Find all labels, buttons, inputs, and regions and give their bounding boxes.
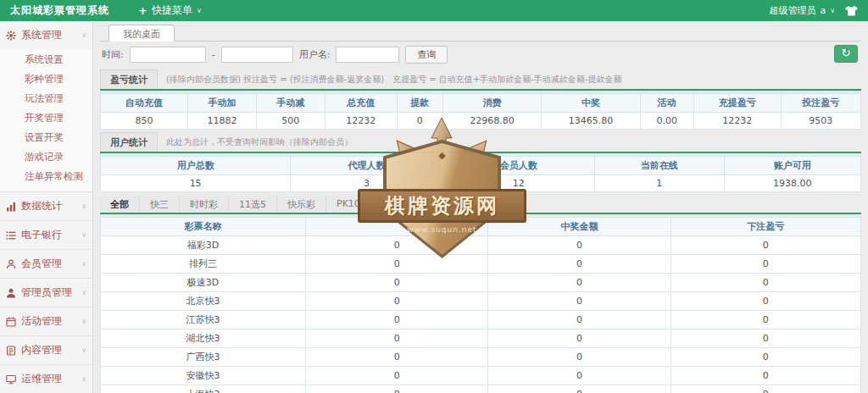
sidebar-group-content[interactable]: 内容管理 ∨ bbox=[0, 336, 92, 364]
sidebar-item-system-settings[interactable]: 系统设置 bbox=[0, 50, 92, 69]
gear-icon bbox=[6, 30, 16, 41]
table-row: 福彩3D000 bbox=[101, 236, 861, 255]
cell-value: 0 bbox=[488, 236, 670, 255]
sidebar-group-operations[interactable]: 运维管理 ∨ bbox=[0, 365, 92, 393]
username-input[interactable] bbox=[336, 47, 399, 63]
lottery-name: 福彩3D bbox=[101, 236, 306, 255]
chevron-down-icon: ∨ bbox=[81, 31, 86, 39]
chevron-down-icon: ∨ bbox=[81, 202, 86, 210]
table-row: 北京快3000 bbox=[101, 292, 861, 311]
cell-value: 0 bbox=[670, 236, 860, 255]
sidebar-item-draw-management[interactable]: 开奖管理 bbox=[0, 108, 92, 128]
plus-icon: + bbox=[138, 4, 147, 17]
lottery-tab-lowfreq[interactable]: 低频彩 bbox=[371, 196, 420, 213]
tab-my-desktop[interactable]: 我的桌面 bbox=[108, 25, 175, 42]
sidebar-group-system[interactable]: 系统管理 ∨ bbox=[0, 21, 92, 49]
cell-value: 0 bbox=[306, 255, 488, 274]
sidebar-group-label: 活动管理 bbox=[21, 314, 62, 329]
stat-value: 22968.80 bbox=[442, 113, 542, 130]
cell-value: 0 bbox=[488, 385, 670, 393]
profit-panel: 盈亏统计 (排除内部会员数据) 投注盈亏 = (投注消费金额-返奖金额) 充提盈… bbox=[100, 69, 861, 130]
lottery-name: 江苏快3 bbox=[101, 311, 306, 329]
table-row: 广西快3000 bbox=[101, 348, 861, 367]
cell-value: 0 bbox=[488, 348, 670, 367]
sidebar-item-play-method[interactable]: 玩法管理 bbox=[0, 89, 92, 108]
app-title: 太阳城彩票管理系统 bbox=[10, 3, 109, 18]
sidebar-group-label: 管理员管理 bbox=[21, 285, 72, 300]
stat-value: 9503 bbox=[781, 113, 860, 130]
lottery-tab-klc[interactable]: 快乐彩 bbox=[277, 196, 326, 213]
column-header: 总充值 bbox=[325, 94, 397, 113]
column-header: 提款 bbox=[397, 94, 442, 113]
admin-role-label: 超级管理员 bbox=[769, 4, 815, 17]
quick-menu-button[interactable]: + 快捷菜单 ∨ bbox=[138, 3, 202, 18]
refresh-button[interactable]: ↻ bbox=[834, 45, 858, 63]
lottery-name: 广西快3 bbox=[101, 348, 306, 367]
calendar-icon bbox=[6, 317, 16, 327]
cell-value: 0 bbox=[488, 329, 670, 348]
time-to-input[interactable] bbox=[221, 47, 293, 63]
desktop-tabstrip: 我的桌面 bbox=[100, 24, 861, 42]
lottery-name: 湖北快3 bbox=[101, 329, 306, 348]
lottery-tab-k3[interactable]: 快三 bbox=[140, 196, 180, 213]
bar-chart-icon bbox=[6, 202, 16, 212]
sidebar-item-bet-anomaly[interactable]: 注单异常检测 bbox=[0, 167, 92, 186]
sidebar-group-label: 运维管理 bbox=[21, 372, 62, 386]
cell-value: 0 bbox=[488, 255, 670, 274]
cell-value: 0 bbox=[306, 348, 488, 367]
chevron-down-icon: ∨ bbox=[81, 318, 86, 325]
cell-value: 0 bbox=[488, 367, 670, 385]
quick-menu-label: 快捷菜单 bbox=[152, 3, 192, 18]
lottery-name: 安徽快3 bbox=[101, 367, 306, 385]
lottery-tab-ssc[interactable]: 时时彩 bbox=[180, 196, 229, 213]
lottery-panel: 全部 快三 时时彩 11选5 快乐彩 PK10 低频彩 彩票名称 中奖金额 下注… bbox=[100, 196, 861, 393]
sidebar-item-set-draw[interactable]: 设置开奖 bbox=[0, 128, 92, 147]
column-header bbox=[306, 218, 488, 236]
lottery-tab-11x5[interactable]: 11选5 bbox=[229, 196, 277, 213]
table-row: 850 11882 500 12232 0 22968.80 13465.80 … bbox=[101, 113, 861, 130]
column-header: 彩票名称 bbox=[101, 218, 306, 236]
cell-value: 0 bbox=[670, 329, 860, 348]
column-header: 账户可用 bbox=[724, 157, 860, 175]
table-row: 江苏快3000 bbox=[101, 311, 861, 329]
stat-value: 3 bbox=[291, 175, 442, 192]
user-panel-note: 此处为总计，不受查询时间影响（排除内部会员） bbox=[166, 136, 353, 152]
cell-value: 0 bbox=[670, 385, 860, 393]
query-button[interactable]: 查询 bbox=[405, 46, 448, 64]
column-header: 中奖金额 bbox=[488, 218, 670, 236]
sidebar-item-game-records[interactable]: 游戏记录 bbox=[0, 147, 92, 167]
cell-value: 0 bbox=[306, 385, 488, 393]
filter-bar: 时间: - 用户名: 查询 ↻ bbox=[100, 42, 861, 67]
refresh-icon: ↻ bbox=[842, 47, 851, 59]
column-header: 会员人数 bbox=[442, 157, 594, 175]
chevron-down-icon: ∨ bbox=[81, 231, 86, 239]
cell-value: 0 bbox=[488, 311, 670, 329]
lottery-tab-all[interactable]: 全部 bbox=[100, 196, 140, 213]
sidebar-group-admins[interactable]: 管理员管理 ∨ bbox=[0, 279, 92, 307]
column-header: 充提盈亏 bbox=[693, 94, 781, 113]
stat-value: 12232 bbox=[693, 113, 781, 130]
admin-account-menu[interactable]: 超级管理员 a ∨ bbox=[769, 4, 835, 17]
time-from-input[interactable] bbox=[130, 47, 206, 63]
cell-value: 0 bbox=[306, 367, 488, 385]
lottery-tab-pk10[interactable]: PK10 bbox=[326, 196, 371, 213]
stat-value: 13465.80 bbox=[542, 113, 641, 130]
range-separator: - bbox=[212, 49, 215, 60]
shirt-theme-icon[interactable] bbox=[845, 6, 858, 16]
stat-value: 12 bbox=[442, 175, 594, 192]
sidebar-group-members[interactable]: 会员管理 ∨ bbox=[0, 250, 92, 278]
sidebar-item-lottery-type[interactable]: 彩种管理 bbox=[0, 69, 92, 89]
column-header: 当前在线 bbox=[595, 157, 724, 175]
cell-value: 0 bbox=[670, 255, 860, 274]
sidebar-group-data-stats[interactable]: 数据统计 ∨ bbox=[0, 192, 92, 220]
chevron-down-icon: ∨ bbox=[81, 289, 86, 296]
profit-panel-title: 盈亏统计 bbox=[100, 69, 158, 89]
table-row: 排列三000 bbox=[101, 255, 861, 274]
table-row: 湖北快3000 bbox=[101, 329, 861, 348]
cell-value: 0 bbox=[306, 329, 488, 348]
sidebar-group-activities[interactable]: 活动管理 ∨ bbox=[0, 307, 92, 335]
stat-value: 850 bbox=[101, 113, 188, 130]
chevron-down-icon: ∨ bbox=[830, 7, 835, 14]
sidebar-group-ebank[interactable]: 电子银行 ∨ bbox=[0, 221, 92, 249]
lottery-name: 排列三 bbox=[101, 255, 306, 274]
